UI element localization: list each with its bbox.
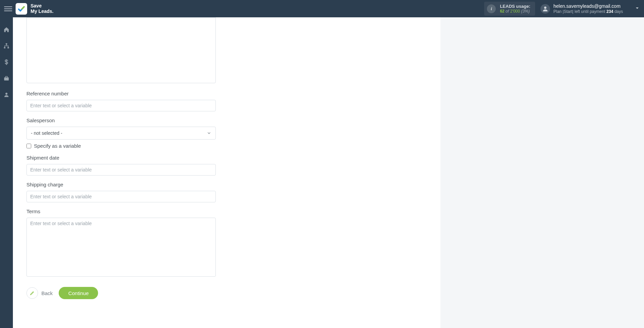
shipment-date-input[interactable] <box>26 164 216 176</box>
user-text: helen.savemyleads@gmail.com Plan |Start|… <box>553 3 623 14</box>
dollar-icon <box>3 59 10 65</box>
checkmark-icon <box>17 5 25 13</box>
app-layout: Reference number Salesperson - not selec… <box>0 17 644 328</box>
leads-usage-box[interactable]: i LEADS usage: 62 of 2'000 (3%) <box>484 2 535 16</box>
leads-used: 62 <box>500 9 504 14</box>
sitemap-icon <box>3 43 10 49</box>
nav-account[interactable] <box>2 91 11 99</box>
svg-rect-4 <box>4 77 9 80</box>
salesperson-variable-label: Specify as a variable <box>34 143 81 149</box>
home-icon <box>3 26 10 33</box>
app-header: Save My Leads. i LEADS usage: 62 of 2'00… <box>0 0 644 17</box>
plan-prefix: Plan |Start| left until payment <box>553 9 606 14</box>
salesperson-select[interactable]: - not selected - <box>26 127 216 140</box>
user-icon <box>3 92 10 98</box>
svg-rect-3 <box>7 47 9 49</box>
terms-label: Terms <box>26 208 216 214</box>
nav-integrations[interactable] <box>2 42 11 50</box>
user-avatar-icon <box>541 4 550 14</box>
user-menu-toggle[interactable] <box>634 5 640 12</box>
salesperson-variable-row[interactable]: Specify as a variable <box>26 143 216 149</box>
leads-usage-values: 62 of 2'000 (3%) <box>500 9 530 14</box>
leads-usage-label: LEADS usage: <box>500 4 530 9</box>
shipment-date-label: Shipment date <box>26 155 216 161</box>
header-right: i LEADS usage: 62 of 2'000 (3%) helen.sa… <box>484 2 640 16</box>
reference-number-input[interactable] <box>26 100 216 111</box>
back-button-label: Back <box>41 290 53 296</box>
shipping-charge-label: Shipping charge <box>26 182 216 187</box>
chevron-down-icon <box>207 131 211 135</box>
app-title: Save My Leads. <box>31 3 54 14</box>
app-title-line2: My Leads. <box>31 9 54 14</box>
button-row: Back Continue <box>26 287 216 299</box>
hamburger-menu[interactable] <box>4 5 12 13</box>
main-area: Reference number Salesperson - not selec… <box>13 17 644 328</box>
reference-number-label: Reference number <box>26 91 216 96</box>
leads-usage-text: LEADS usage: 62 of 2'000 (3%) <box>500 4 530 14</box>
plan-days: 234 <box>606 9 613 14</box>
app-logo[interactable] <box>16 3 27 15</box>
briefcase-icon <box>3 75 10 81</box>
svg-point-5 <box>5 93 7 95</box>
svg-rect-1 <box>6 43 7 45</box>
nav-tools[interactable] <box>2 74 11 83</box>
app-title-line1: Save <box>31 3 54 8</box>
form-column: Reference number Salesperson - not selec… <box>26 17 216 299</box>
nav-billing[interactable] <box>2 58 11 66</box>
leads-percent: (3%) <box>521 9 530 14</box>
continue-button[interactable]: Continue <box>59 287 98 299</box>
user-email: helen.savemyleads@gmail.com <box>553 3 623 9</box>
back-button[interactable]: Back <box>26 287 53 299</box>
salesperson-label: Salesperson <box>26 117 216 123</box>
info-icon: i <box>487 4 496 13</box>
salesperson-variable-checkbox[interactable] <box>26 144 31 148</box>
pencil-icon <box>26 287 38 299</box>
leads-limit: 2'000 <box>510 9 520 14</box>
header-left: Save My Leads. <box>4 3 54 15</box>
svg-point-0 <box>544 6 547 9</box>
user-menu[interactable]: helen.savemyleads@gmail.com Plan |Start|… <box>541 3 640 14</box>
nav-home[interactable] <box>2 25 11 34</box>
sidebar <box>0 17 13 328</box>
terms-textarea[interactable] <box>26 218 216 277</box>
shipping-charge-input[interactable] <box>26 191 216 202</box>
salesperson-selected: - not selected - <box>31 130 62 136</box>
user-plan: Plan |Start| left until payment 234 days <box>553 9 623 14</box>
leads-of: of <box>506 9 509 14</box>
chevron-down-icon <box>634 5 640 11</box>
svg-rect-2 <box>4 47 6 49</box>
plan-suffix: days <box>613 9 623 14</box>
top-textarea[interactable] <box>26 17 216 83</box>
content-card: Reference number Salesperson - not selec… <box>13 17 440 328</box>
